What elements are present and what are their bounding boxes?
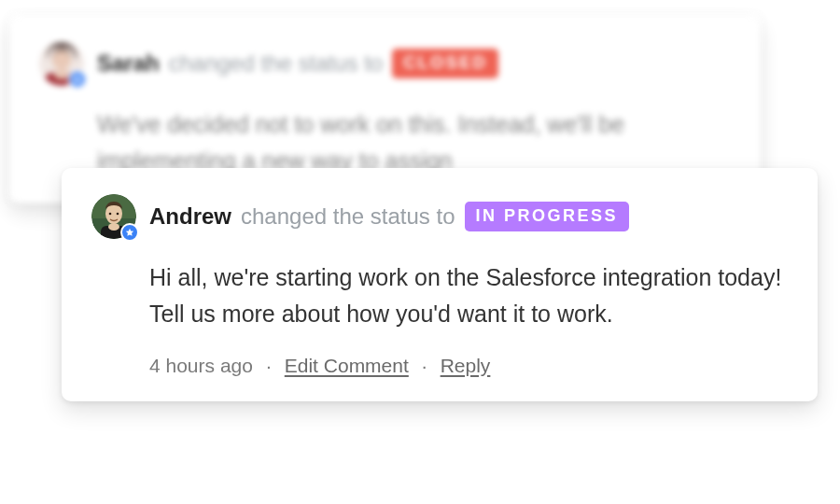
svg-point-10 <box>108 223 119 231</box>
author-name: Andrew <box>149 203 231 231</box>
status-action-text: changed the status to <box>241 203 455 231</box>
star-icon <box>68 70 87 89</box>
timestamp: 4 hours ago <box>149 355 253 377</box>
reply-link[interactable]: Reply <box>441 355 491 377</box>
svg-point-11 <box>109 213 112 216</box>
status-line: Sarah changed the status to CLOSED <box>97 49 498 77</box>
author-name: Sarah <box>97 50 160 77</box>
star-icon <box>120 223 139 242</box>
svg-point-12 <box>117 213 119 216</box>
status-badge: IN PROGRESS <box>465 202 630 231</box>
comment-meta: 4 hours ago · Edit Comment · Reply <box>149 355 788 377</box>
comment-header: Andrew changed the status to IN PROGRESS <box>91 194 788 239</box>
status-line: Andrew changed the status to IN PROGRESS <box>149 202 629 231</box>
avatar <box>39 41 84 86</box>
svg-point-4 <box>54 70 69 79</box>
comment-header: Sarah changed the status to CLOSED <box>39 41 731 86</box>
edit-comment-link[interactable]: Edit Comment <box>285 355 409 377</box>
separator: · <box>266 355 272 377</box>
status-badge: CLOSED <box>392 49 498 77</box>
comment-body: Hi all, we're starting work on the Sales… <box>149 259 788 332</box>
status-action-text: changed the status to <box>169 50 384 77</box>
status-comment-card: Andrew changed the status to IN PROGRESS… <box>62 168 818 401</box>
separator: · <box>422 355 427 377</box>
avatar <box>91 194 136 239</box>
